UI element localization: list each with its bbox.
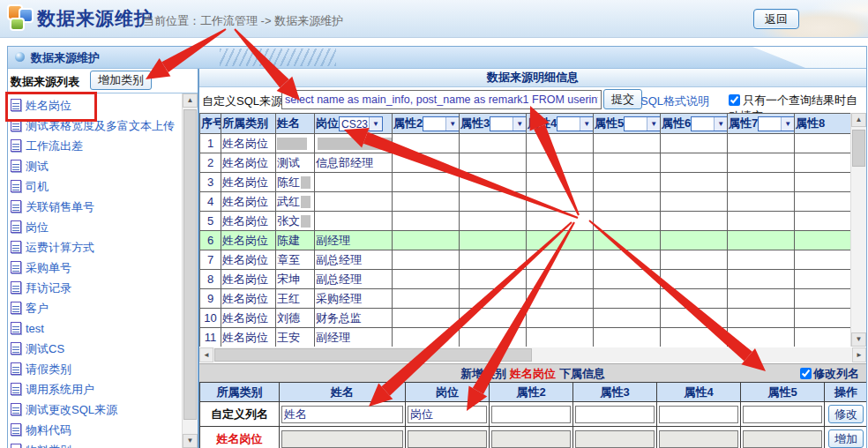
attr3-filter-select[interactable]: ▼ bbox=[490, 116, 526, 131]
attr-cell[interactable] bbox=[460, 134, 527, 153]
table-row[interactable]: 3 姓名岗位 陈红 bbox=[200, 173, 853, 192]
grid-vertical-scrollbar[interactable]: ▲ ▼ bbox=[850, 113, 866, 347]
attr-cell[interactable] bbox=[728, 153, 795, 173]
attr4-filter-select[interactable]: ▼ bbox=[557, 116, 593, 131]
attr-cell[interactable] bbox=[527, 212, 594, 231]
attr-cell[interactable] bbox=[661, 153, 728, 173]
attr-cell[interactable] bbox=[393, 173, 460, 192]
sidebar-item[interactable]: 测试表格宽度及多富文本上传 bbox=[10, 116, 181, 136]
attr-cell[interactable] bbox=[393, 328, 460, 347]
attr-cell[interactable] bbox=[661, 309, 728, 328]
attr-cell[interactable] bbox=[728, 231, 795, 250]
row-category[interactable]: 姓名岗位 bbox=[221, 212, 276, 231]
attr-cell[interactable] bbox=[728, 192, 795, 212]
row-name[interactable]: 章至 bbox=[276, 250, 315, 270]
sidebar-item[interactable]: 测试 bbox=[10, 156, 181, 176]
row-index[interactable]: 5 bbox=[200, 212, 221, 231]
attr-cell[interactable] bbox=[594, 250, 661, 270]
row-name[interactable]: 张文 bbox=[276, 212, 315, 231]
rename-columns-checkbox[interactable] bbox=[800, 368, 812, 379]
grid-horizontal-scrollbar[interactable]: ◄ ► bbox=[199, 347, 866, 362]
attr-cell[interactable] bbox=[795, 328, 853, 347]
attr-cell[interactable] bbox=[460, 289, 527, 309]
row-index[interactable]: 10 bbox=[200, 309, 221, 328]
attr-cell[interactable] bbox=[728, 173, 795, 192]
attr-cell[interactable] bbox=[661, 250, 728, 270]
attr-cell[interactable] bbox=[594, 134, 661, 153]
new-post-input[interactable] bbox=[408, 430, 487, 448]
row-name[interactable]: 陈红 bbox=[276, 173, 315, 192]
add-category-button[interactable]: 增加类别 bbox=[90, 71, 152, 90]
attr-cell[interactable] bbox=[393, 231, 460, 250]
attr-cell[interactable] bbox=[460, 231, 527, 250]
attr-cell[interactable] bbox=[460, 153, 527, 173]
sql-format-help-link[interactable]: SQL格式说明 bbox=[640, 93, 709, 109]
table-row[interactable]: 7 姓名岗位 章至 副总经理 bbox=[200, 250, 853, 270]
sidebar-item[interactable]: 运费计算方式 bbox=[10, 237, 181, 258]
add-button[interactable]: 增加 bbox=[828, 429, 864, 448]
row-post[interactable]: 信息部经理 bbox=[315, 153, 393, 173]
new-attr2-input[interactable] bbox=[491, 430, 571, 448]
row-name[interactable]: 王红 bbox=[276, 289, 315, 309]
attr6-filter-select[interactable]: ▼ bbox=[691, 116, 727, 131]
row-post[interactable]: 采购经理 bbox=[315, 289, 393, 309]
row-index[interactable]: 3 bbox=[200, 173, 221, 192]
scrollbar-thumb[interactable] bbox=[852, 130, 865, 167]
sidebar-item[interactable]: 测试CS bbox=[10, 339, 181, 359]
custom-post-input[interactable] bbox=[408, 406, 487, 423]
row-index[interactable]: 7 bbox=[200, 250, 221, 270]
attr-cell[interactable] bbox=[795, 289, 853, 309]
row-category[interactable]: 姓名岗位 bbox=[221, 328, 276, 347]
row-category[interactable]: 姓名岗位 bbox=[221, 153, 276, 173]
post-filter-select[interactable]: CS23▼ bbox=[339, 116, 383, 131]
row-name[interactable] bbox=[276, 134, 315, 153]
row-category[interactable]: 姓名岗位 bbox=[221, 231, 276, 250]
sidebar-item[interactable]: 客户 bbox=[10, 298, 181, 318]
sidebar-item[interactable]: 调用系统用户 bbox=[10, 379, 181, 399]
sidebar-item[interactable]: 请假类别 bbox=[10, 359, 181, 379]
attr-cell[interactable] bbox=[661, 173, 728, 192]
table-row[interactable]: 4 姓名岗位 武红 bbox=[200, 192, 853, 212]
attr-cell[interactable] bbox=[728, 212, 795, 231]
attr-cell[interactable] bbox=[728, 328, 795, 347]
sidebar-item[interactable]: 物料类别 bbox=[10, 440, 181, 448]
new-attr3-input[interactable] bbox=[575, 430, 655, 448]
attr-cell[interactable] bbox=[393, 270, 460, 289]
attr-cell[interactable] bbox=[594, 153, 661, 173]
sidebar-item[interactable]: 工作流出差 bbox=[10, 136, 181, 156]
attr-cell[interactable] bbox=[460, 212, 527, 231]
sidebar-item[interactable]: 采购单号 bbox=[10, 258, 181, 278]
row-post[interactable]: 副总经理 bbox=[315, 250, 393, 270]
attr-cell[interactable] bbox=[393, 212, 460, 231]
row-category[interactable]: 姓名岗位 bbox=[221, 250, 276, 270]
attr-cell[interactable] bbox=[728, 289, 795, 309]
sidebar-item[interactable]: 关联销售单号 bbox=[10, 197, 181, 217]
row-index[interactable]: 9 bbox=[200, 289, 221, 309]
attr-cell[interactable] bbox=[527, 173, 594, 192]
custom-attr4-input[interactable] bbox=[659, 406, 738, 423]
row-post[interactable]: 副总经理 bbox=[315, 270, 393, 289]
row-category[interactable]: 姓名岗位 bbox=[221, 289, 276, 309]
attr-cell[interactable] bbox=[795, 309, 853, 328]
row-name[interactable]: 刘德 bbox=[276, 309, 315, 328]
attr-cell[interactable] bbox=[393, 153, 460, 173]
attr-cell[interactable] bbox=[460, 192, 527, 212]
sidebar-item[interactable]: 姓名岗位 bbox=[10, 95, 181, 116]
row-index[interactable]: 2 bbox=[200, 153, 221, 173]
attr-cell[interactable] bbox=[594, 309, 661, 328]
submit-button[interactable]: 提交 bbox=[603, 89, 642, 109]
attr-cell[interactable] bbox=[795, 231, 853, 250]
attr-cell[interactable] bbox=[661, 192, 728, 212]
attr-cell[interactable] bbox=[527, 192, 594, 212]
attr-cell[interactable] bbox=[795, 270, 853, 289]
attr-cell[interactable] bbox=[594, 192, 661, 212]
attr5-filter-select[interactable]: ▼ bbox=[624, 116, 660, 131]
attr-cell[interactable] bbox=[661, 289, 728, 309]
row-category[interactable]: 姓名岗位 bbox=[221, 134, 276, 153]
row-category[interactable]: 姓名岗位 bbox=[221, 173, 276, 192]
attr-cell[interactable] bbox=[460, 250, 527, 270]
attr-cell[interactable] bbox=[460, 173, 527, 192]
attr-cell[interactable] bbox=[728, 134, 795, 153]
attr-cell[interactable] bbox=[527, 289, 594, 309]
attr-cell[interactable] bbox=[393, 309, 460, 328]
